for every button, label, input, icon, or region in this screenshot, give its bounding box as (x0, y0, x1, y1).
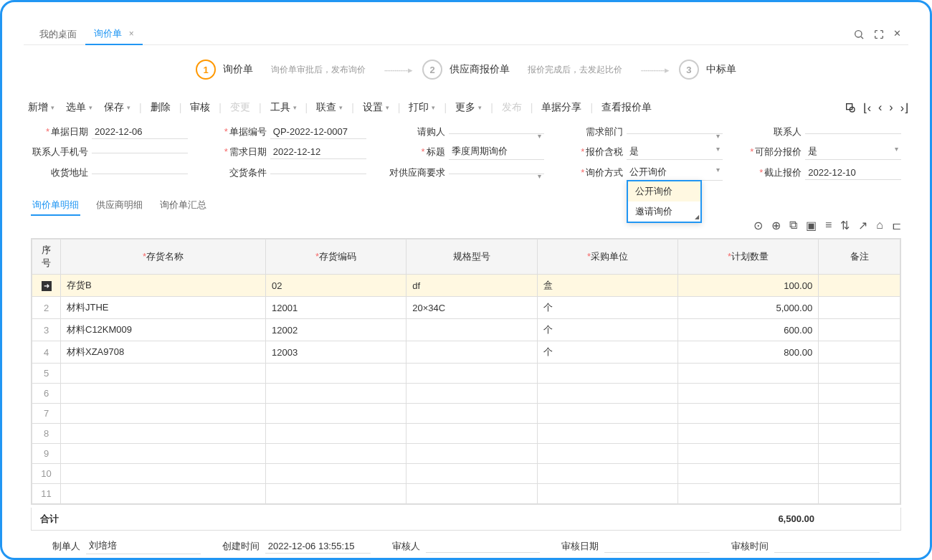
phone-input[interactable] (92, 150, 188, 153)
cell-seq[interactable]: ➜ (32, 275, 61, 297)
cell-seq[interactable]: 10 (32, 464, 61, 484)
settings-button[interactable]: 设置 (358, 100, 394, 115)
batch-icon[interactable]: ≡ (825, 219, 832, 232)
table-row-empty[interactable]: 5 (32, 364, 900, 384)
method-option-public[interactable]: 公开询价 (628, 181, 700, 201)
add-row-icon[interactable]: ⊕ (771, 219, 781, 232)
view-quote-button[interactable]: 查看报价单 (597, 100, 656, 115)
cell-code[interactable]: 02 (266, 275, 406, 297)
tab-supplier[interactable]: 供应商明细 (95, 196, 144, 216)
table-row-empty[interactable]: 8 (32, 424, 900, 444)
doc-no-input[interactable]: QP-2022-12-0007 (270, 125, 366, 139)
cell-spec[interactable]: 20×34C (406, 297, 538, 319)
copy-icon[interactable]: ⧉ (789, 219, 797, 232)
table-row-empty[interactable]: 7 (32, 404, 900, 424)
addr-input[interactable] (92, 171, 188, 174)
supplier-req-select[interactable]: ▾ (449, 171, 545, 174)
cell-name[interactable]: 材料XZA9708 (61, 341, 266, 364)
print-button[interactable]: 打印 (404, 100, 439, 115)
cell-seq[interactable]: 4 (32, 341, 61, 364)
delete-button[interactable]: 删除 (146, 100, 175, 115)
tools-button[interactable]: 工具 (266, 100, 301, 115)
last-icon[interactable]: ›⌋ (900, 101, 908, 115)
audit-button[interactable]: 审核 (186, 100, 214, 115)
col-code[interactable]: *存货编码 (266, 239, 406, 275)
table-row[interactable]: 3 材料C12KM009 12002 个 600.00 (32, 319, 900, 341)
cell-spec[interactable] (406, 319, 538, 341)
link-button[interactable]: 联查 (312, 100, 347, 115)
paste-icon[interactable]: ▣ (806, 219, 817, 232)
cell-name[interactable]: 材料JTHE (61, 297, 266, 319)
dept-select[interactable]: ▾ (627, 130, 723, 134)
close-icon[interactable]: × (129, 29, 134, 39)
partial-select[interactable]: 是▾ (805, 143, 901, 160)
cell-unit[interactable]: 个 (537, 341, 677, 364)
table-row-empty[interactable]: 6 (32, 384, 900, 404)
deadline-input[interactable]: 2022-12-10 (805, 166, 901, 180)
cell-remark[interactable] (819, 319, 900, 341)
cell-code[interactable]: 12001 (266, 297, 406, 319)
col-name[interactable]: *存货名称 (61, 239, 266, 275)
need-date-input[interactable]: 2022-12-12 (270, 145, 366, 159)
cell-code[interactable]: 12002 (266, 319, 406, 341)
cell-seq[interactable]: 5 (32, 364, 61, 384)
table-row[interactable]: ➜ 存货B 02 df 盒 100.00 (32, 275, 900, 297)
delivery-input[interactable] (270, 171, 366, 174)
cell-name[interactable]: 材料C12KM009 (61, 319, 266, 341)
location-icon[interactable]: ⊙ (753, 219, 763, 232)
cell-seq[interactable]: 3 (32, 319, 61, 341)
tab-summary[interactable]: 询价单汇总 (158, 196, 208, 216)
cell-seq[interactable]: 7 (32, 404, 61, 424)
cell-spec[interactable] (406, 341, 538, 364)
share-button[interactable]: 单据分享 (537, 100, 586, 115)
close-window-icon[interactable]: ✕ (893, 28, 901, 40)
tax-select[interactable]: 是▾ (627, 143, 723, 160)
next-icon[interactable]: › (889, 101, 893, 115)
home-icon[interactable]: ⌂ (876, 219, 883, 232)
cell-qty[interactable]: 5,000.00 (678, 297, 819, 319)
cell-seq[interactable]: 11 (32, 484, 61, 504)
more-button[interactable]: 更多 (451, 100, 486, 115)
fullscreen-icon[interactable] (873, 28, 885, 40)
cell-seq[interactable]: 8 (32, 424, 61, 444)
table-row[interactable]: 2 材料JTHE 12001 20×34C 个 5,000.00 (32, 297, 900, 319)
col-unit[interactable]: *采购单位 (537, 239, 677, 275)
save-button[interactable]: 保存 (100, 100, 135, 115)
requester-select[interactable]: ▾ (449, 130, 545, 134)
first-icon[interactable]: ⌊‹ (863, 101, 871, 115)
prev-icon[interactable]: ‹ (878, 101, 882, 115)
cell-remark[interactable] (819, 297, 900, 319)
add-button[interactable]: 新增 (24, 100, 59, 115)
sort-icon[interactable]: ⇅ (840, 219, 850, 232)
export-icon[interactable]: ↗ (858, 219, 867, 232)
table-row-empty[interactable]: 9 (32, 444, 900, 464)
title-input[interactable]: 季度周期询价 (449, 143, 545, 160)
col-spec[interactable]: 规格型号 (406, 239, 538, 275)
search-icon[interactable] (853, 28, 865, 40)
tab-inquiry[interactable]: 询价单 × (85, 24, 143, 45)
col-qty[interactable]: *计划数量 (678, 239, 819, 275)
cell-seq[interactable]: 9 (32, 444, 61, 464)
cell-code[interactable]: 12003 (266, 341, 406, 364)
method-select[interactable]: 公开询价▾ (627, 164, 723, 181)
table-row-empty[interactable]: 10 (32, 464, 900, 484)
cell-qty[interactable]: 100.00 (678, 275, 819, 297)
table-row[interactable]: 4 材料XZA9708 12003 个 800.00 (32, 341, 900, 364)
cell-seq[interactable]: 2 (32, 297, 61, 319)
tab-desktop[interactable]: 我的桌面 (31, 24, 85, 44)
cell-remark[interactable] (819, 341, 900, 364)
method-option-invite[interactable]: 邀请询价 (628, 201, 700, 222)
cell-qty[interactable]: 600.00 (678, 319, 819, 341)
contact-input[interactable] (805, 130, 901, 134)
tab-detail[interactable]: 询价单明细 (31, 196, 80, 216)
doc-date-input[interactable]: 2022-12-06 (92, 125, 188, 139)
cell-qty[interactable]: 800.00 (678, 341, 819, 364)
cell-name[interactable]: 存货B (61, 275, 266, 297)
cell-unit[interactable]: 个 (537, 297, 677, 319)
cell-unit[interactable]: 盒 (537, 275, 677, 297)
table-row-empty[interactable]: 11 (32, 484, 900, 504)
col-seq[interactable]: 序号 (32, 239, 61, 275)
cell-seq[interactable]: 6 (32, 384, 61, 404)
cell-spec[interactable]: df (406, 275, 538, 297)
resize-handle-icon[interactable]: ◢ (695, 214, 699, 220)
